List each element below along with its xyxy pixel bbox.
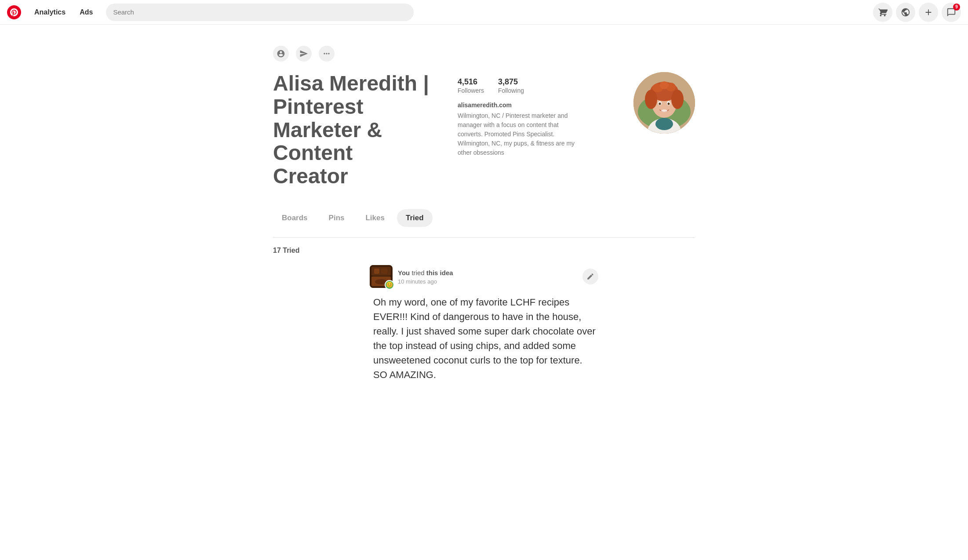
tried-card: 😊 You tried this idea 10 minutes ago Oh … [370, 265, 598, 382]
profile-top-icons [273, 39, 695, 72]
tried-idea: this idea [426, 269, 453, 276]
profile-bio: Wilmington, NC / Pinterest marketer and … [458, 111, 581, 157]
tried-thumbnail-wrap: 😊 [370, 265, 393, 288]
tried-card-body: Oh my word, one of my favorite LCHF reci… [370, 295, 598, 382]
search-input[interactable] [106, 4, 414, 21]
following-label: Following [498, 87, 524, 94]
profile-name-column: Alisa Meredith | Pinterest Marketer & Co… [273, 72, 431, 188]
following-stat[interactable]: 3,875 Following [498, 77, 524, 95]
tried-edit-button[interactable] [582, 269, 598, 284]
tab-tried[interactable]: Tried [397, 209, 433, 227]
svg-rect-19 [374, 269, 379, 274]
messages-button[interactable]: 9 [942, 3, 961, 22]
add-button[interactable] [919, 3, 938, 22]
svg-point-13 [659, 102, 661, 105]
tried-card-time: 10 minutes ago [398, 278, 453, 285]
svg-point-3 [655, 118, 673, 130]
tried-text: Tried [283, 247, 299, 254]
tried-count-label: 17 Tried [273, 238, 695, 265]
profile-website[interactable]: alisameredith.com [458, 102, 607, 109]
header: Analytics Ads 9 [0, 0, 968, 25]
profile-stats: 4,516 Followers 3,875 Following [458, 77, 607, 95]
svg-point-14 [668, 102, 670, 105]
tried-card-user: 😊 You tried this idea 10 minutes ago [370, 265, 453, 288]
tried-card-header: 😊 You tried this idea 10 minutes ago [370, 265, 598, 295]
followers-label: Followers [458, 87, 484, 94]
tried-emoji-badge: 😊 [385, 280, 394, 290]
cart-button[interactable] [873, 3, 892, 22]
explore-button[interactable] [896, 3, 915, 22]
main-content: Alisa Meredith | Pinterest Marketer & Co… [273, 25, 695, 417]
tab-likes[interactable]: Likes [357, 209, 393, 227]
more-options-button[interactable] [319, 46, 335, 62]
header-icon-group: 9 [873, 3, 961, 22]
pinterest-logo[interactable] [7, 5, 21, 19]
profile-tabs: Boards Pins Likes Tried [273, 202, 695, 238]
tried-number: 17 [273, 247, 281, 254]
profile-stats-column: 4,516 Followers 3,875 Following alisamer… [458, 72, 607, 157]
profile-name: Alisa Meredith | Pinterest Marketer & Co… [273, 72, 431, 188]
followers-count: 4,516 [458, 77, 484, 87]
svg-point-10 [660, 81, 669, 89]
profile-avatar [633, 72, 695, 134]
nav-analytics[interactable]: Analytics [28, 5, 72, 20]
followers-stat[interactable]: 4,516 Followers [458, 77, 484, 95]
tried-user: You [398, 269, 410, 276]
svg-point-7 [671, 90, 684, 109]
svg-rect-20 [381, 269, 387, 274]
nav-ads[interactable]: Ads [73, 5, 99, 20]
svg-point-6 [645, 90, 657, 109]
tab-pins[interactable]: Pins [320, 209, 353, 227]
main-nav: Analytics Ads [28, 5, 99, 20]
notification-badge: 9 [953, 4, 960, 11]
share-profile-button[interactable] [273, 46, 289, 62]
tried-card-title: You tried this idea [398, 268, 453, 277]
svg-point-15 [661, 109, 667, 112]
tried-card-meta: You tried this idea 10 minutes ago [398, 268, 453, 285]
send-message-button[interactable] [296, 46, 312, 62]
profile-section: Alisa Meredith | Pinterest Marketer & Co… [273, 72, 695, 202]
following-count: 3,875 [498, 77, 524, 87]
tab-boards[interactable]: Boards [273, 209, 317, 227]
